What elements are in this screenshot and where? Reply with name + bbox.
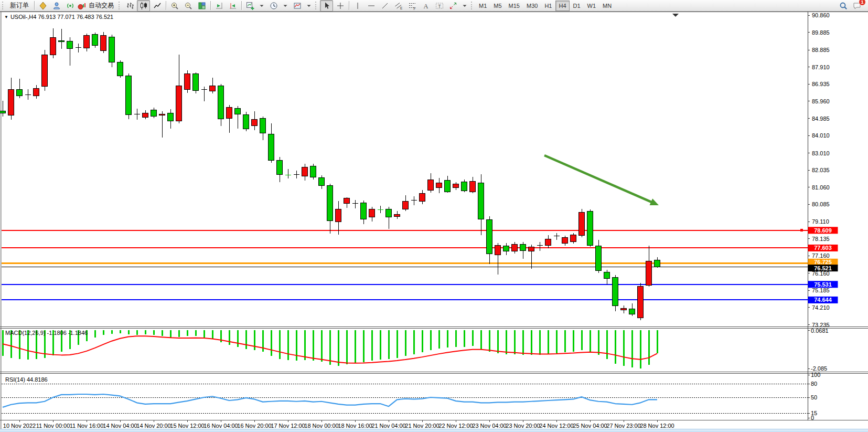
new-order-button[interactable]: 新订单 bbox=[7, 0, 32, 12]
search-button[interactable] bbox=[837, 0, 850, 12]
broadcast-icon bbox=[66, 2, 74, 10]
crosshair-tool-button[interactable] bbox=[334, 0, 347, 12]
timeframe-W1-button[interactable]: W1 bbox=[584, 1, 599, 11]
hline-handle[interactable] bbox=[800, 229, 803, 231]
candle bbox=[227, 108, 232, 118]
macd-bar bbox=[489, 330, 490, 352]
trendline-tool-button[interactable] bbox=[378, 0, 391, 12]
zoom-in-icon bbox=[170, 2, 179, 10]
macd-bar bbox=[329, 330, 331, 365]
candle bbox=[310, 166, 316, 177]
candle bbox=[193, 73, 199, 90]
price-tick-label: 80.085 bbox=[812, 201, 830, 207]
rsi-axis-label: 100 bbox=[811, 372, 820, 378]
macd-bar bbox=[321, 330, 323, 362]
chart-window[interactable]: 90.86089.88588.88587.91086.93585.96084.9… bbox=[0, 12, 868, 429]
macd-bar bbox=[556, 330, 558, 353]
notifications-button[interactable]: 1 bbox=[850, 0, 863, 12]
macd-bar bbox=[522, 330, 524, 355]
macd-bar bbox=[413, 330, 415, 354]
arrows-tool-button[interactable] bbox=[446, 0, 459, 12]
toolbar-grip[interactable] bbox=[2, 2, 5, 9]
price-badge-75.531-text: 75.531 bbox=[814, 281, 832, 288]
macd-bar bbox=[304, 330, 306, 360]
add-indicator-button[interactable] bbox=[243, 0, 256, 12]
chart-background bbox=[0, 12, 868, 429]
macd-bar bbox=[237, 330, 239, 347]
label-tool-button[interactable]: T bbox=[433, 0, 446, 12]
rsi-axis-label: 0 bbox=[811, 415, 814, 421]
toolbar-grip[interactable] bbox=[119, 2, 121, 9]
candle bbox=[42, 55, 48, 87]
cursor-tool-button[interactable] bbox=[320, 0, 333, 12]
candle bbox=[562, 237, 568, 243]
toolbar-grip[interactable] bbox=[315, 2, 318, 9]
arrows-icon bbox=[449, 2, 457, 10]
dropdown-caret-icon bbox=[305, 2, 313, 10]
timeframe-M1-button[interactable]: M1 bbox=[476, 1, 490, 11]
candle bbox=[571, 235, 576, 241]
arrows-dropdown[interactable] bbox=[460, 0, 469, 12]
timeframe-D1-button[interactable]: D1 bbox=[570, 1, 584, 11]
autotrading-button[interactable]: 自动交易 bbox=[77, 0, 117, 12]
text-icon: A bbox=[422, 2, 430, 10]
zoom-in-button[interactable] bbox=[168, 0, 181, 12]
candlestick-chart-button[interactable] bbox=[137, 0, 150, 12]
gold-diamond-icon bbox=[39, 2, 47, 10]
macd-bar bbox=[506, 330, 507, 354]
line-chart-icon bbox=[153, 2, 162, 10]
candle bbox=[235, 109, 241, 114]
timeframe-M15-button[interactable]: M15 bbox=[506, 1, 523, 11]
time-tick-label: 16 Nov 04:00 bbox=[203, 423, 238, 429]
signals-button[interactable] bbox=[63, 0, 77, 12]
price-badge-74.644-text: 74.644 bbox=[814, 297, 832, 303]
templates-dropdown[interactable] bbox=[304, 0, 314, 12]
vertical-line-tool-button[interactable] bbox=[351, 0, 364, 12]
timeframe-H1-button[interactable]: H1 bbox=[541, 1, 555, 11]
macd-bar bbox=[472, 330, 474, 346]
candle bbox=[394, 214, 400, 216]
candle bbox=[453, 184, 459, 187]
candle bbox=[520, 244, 526, 250]
add-indicator-dropdown[interactable] bbox=[257, 0, 266, 12]
candle bbox=[168, 113, 174, 121]
periods-dropdown[interactable] bbox=[281, 0, 290, 12]
time-tick-label: 23 Nov 04:00 bbox=[472, 423, 506, 429]
periods-button[interactable] bbox=[267, 0, 280, 12]
status-bar bbox=[0, 429, 868, 432]
fibo-icon: F bbox=[408, 2, 416, 10]
price-tick-label: 73.235 bbox=[812, 322, 830, 328]
label-icon: T bbox=[435, 2, 444, 10]
timeframe-M5-button[interactable]: M5 bbox=[490, 1, 505, 11]
macd-bar bbox=[128, 330, 130, 334]
price-tick-label: 75.185 bbox=[812, 287, 830, 293]
price-tick-label: 77.160 bbox=[812, 252, 830, 259]
time-tick-label: 22 Nov 12:00 bbox=[438, 423, 473, 429]
accounts-button[interactable] bbox=[50, 0, 63, 12]
horizontal-line-tool-button[interactable] bbox=[365, 0, 378, 12]
notification-badge: 1 bbox=[859, 0, 866, 6]
trendline-icon bbox=[381, 2, 389, 10]
channel-tool-button[interactable]: E bbox=[392, 0, 405, 12]
tile-windows-button[interactable] bbox=[195, 0, 208, 12]
chart-shift-button[interactable] bbox=[226, 0, 239, 12]
candle bbox=[579, 213, 585, 235]
macd-bar bbox=[94, 330, 96, 338]
zoom-out-button[interactable] bbox=[181, 0, 195, 12]
timeframe-M30-button[interactable]: M30 bbox=[523, 1, 541, 11]
templates-button[interactable] bbox=[291, 0, 304, 12]
chart-canvas[interactable]: 90.86089.88588.88587.91086.93585.96084.9… bbox=[0, 12, 868, 429]
macd-bar bbox=[153, 330, 155, 335]
text-tool-button[interactable]: A bbox=[419, 0, 432, 12]
toolbar-grip[interactable] bbox=[471, 2, 474, 9]
fibonacci-tool-button[interactable]: F bbox=[405, 0, 419, 12]
line-chart-button[interactable] bbox=[151, 0, 164, 12]
auto-scroll-button[interactable] bbox=[212, 0, 226, 12]
price-badge-77.603-text: 77.603 bbox=[814, 245, 832, 251]
price-tick-label: 84.010 bbox=[812, 132, 830, 139]
gold-diamond-button[interactable] bbox=[36, 0, 49, 12]
bar-chart-button[interactable] bbox=[123, 0, 136, 12]
timeframe-MN-button[interactable]: MN bbox=[599, 1, 615, 11]
symbol-dropdown-icon[interactable]: ▼ bbox=[4, 15, 8, 19]
timeframe-H4-button[interactable]: H4 bbox=[555, 1, 569, 11]
